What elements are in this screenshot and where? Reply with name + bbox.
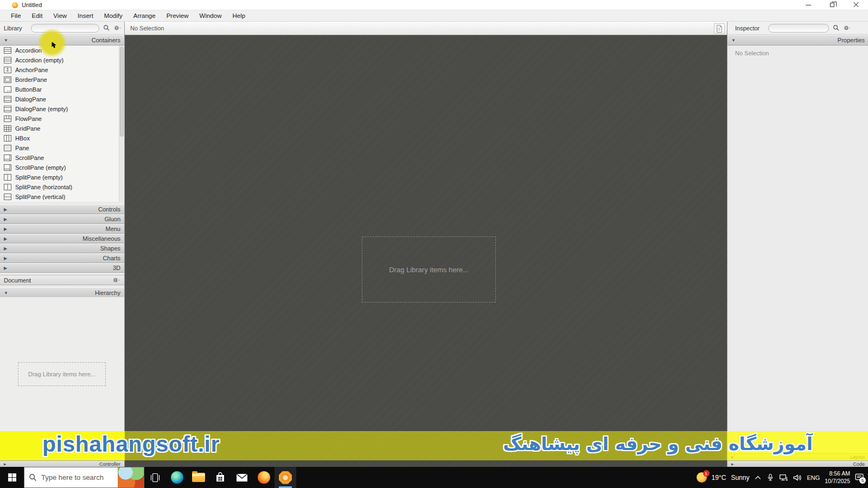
library-item-borderpane[interactable]: BorderPane <box>0 75 124 85</box>
splitpane-vertical-icon <box>4 194 11 200</box>
collapse-arrow-icon: ▼ <box>4 38 8 43</box>
notification-badge: 1 <box>703 470 710 477</box>
scrollpane-icon <box>4 155 11 161</box>
edge-icon <box>171 471 183 484</box>
section-hierarchy[interactable]: ▼ Hierarchy <box>0 287 124 298</box>
menu-help[interactable]: Help <box>227 10 251 21</box>
close-button[interactable] <box>844 0 868 10</box>
menu-view[interactable]: View <box>48 10 72 21</box>
windows-taskbar: 1 19°C Sunny ENG 8:56 AM 10/7/2025 5 <box>0 467 868 488</box>
document-header[interactable]: Document <box>0 275 124 285</box>
section-label: Properties <box>838 37 865 43</box>
restore-button[interactable] <box>820 0 844 10</box>
section-properties[interactable]: ▼ Properties <box>727 35 868 46</box>
windows-logo-icon <box>8 473 16 481</box>
section-menu[interactable]: ▶Menu <box>0 224 124 234</box>
library-item-pane[interactable]: Pane <box>0 143 124 153</box>
splitpane-horizontal-icon <box>4 184 11 190</box>
store-button[interactable] <box>209 467 231 488</box>
speaker-icon[interactable] <box>793 474 802 481</box>
network-icon[interactable] <box>779 474 788 481</box>
section-controller[interactable]: ▶ Controller <box>0 460 124 467</box>
library-item-splitpane-empty[interactable]: SplitPane (empty) <box>0 172 124 182</box>
weather-icon[interactable]: 1 <box>697 472 707 483</box>
close-icon <box>853 2 859 8</box>
selection-status: No Selection <box>130 25 164 31</box>
mail-icon <box>235 472 248 483</box>
taskbar-search-input[interactable] <box>41 473 109 481</box>
pane-icon <box>4 145 11 151</box>
section-shapes[interactable]: ▶Shapes <box>0 243 124 253</box>
library-item-scrollpane-empty[interactable]: ScrollPane (empty) <box>0 163 124 172</box>
ad-banner: pishahangsoft.ir آموزشگاه فنی و حرفه ای … <box>0 431 868 460</box>
library-item-flowpane[interactable]: FlowPane <box>0 114 124 124</box>
file-explorer-button[interactable] <box>188 467 209 488</box>
library-item-buttonbar[interactable]: ButtonBar <box>0 85 124 94</box>
section-label: Code <box>853 461 865 467</box>
inspector-header: Inspector <box>727 22 868 35</box>
language-indicator[interactable]: ENG <box>807 474 820 481</box>
weather-condition[interactable]: Sunny <box>731 474 749 481</box>
taskbar-search[interactable] <box>24 467 144 488</box>
menu-arrange[interactable]: Arrange <box>128 10 161 21</box>
task-view-button[interactable] <box>144 467 166 488</box>
library-item-splitpane-vertical[interactable]: SplitPane (vertical) <box>0 192 124 202</box>
edge-button[interactable] <box>166 467 188 488</box>
mail-button[interactable] <box>231 467 253 488</box>
section-controls[interactable]: ▶Controls <box>0 204 124 214</box>
dialogpane-icon <box>4 96 11 102</box>
section-label: Charts <box>103 255 120 261</box>
inspector-search-input[interactable] <box>768 24 829 33</box>
library-item-anchorpane[interactable]: AnchorPane <box>0 65 124 75</box>
library-gear-icon[interactable] <box>113 24 122 31</box>
section-label: Controls <box>98 206 120 213</box>
menu-insert[interactable]: Insert <box>72 10 99 21</box>
inspector-gear-icon[interactable] <box>843 24 851 31</box>
accordion-icon <box>4 47 11 54</box>
canvas-drop-zone[interactable]: Drag Library items here... <box>362 236 496 303</box>
action-center-button[interactable]: 5 <box>855 473 864 482</box>
library-item-label: Accordion (empty) <box>15 57 63 63</box>
expand-arrow-icon: ▶ <box>4 256 7 261</box>
design-canvas[interactable]: Drag Library items here... <box>125 35 727 467</box>
menu-modify[interactable]: Modify <box>99 10 128 21</box>
library-item-gridpane[interactable]: GridPane <box>0 124 124 133</box>
banner-persian-text: آموزشگاه فنی و حرفه ای پیشاهنگ <box>503 433 813 454</box>
menu-edit[interactable]: Edit <box>27 10 48 21</box>
menu-window[interactable]: Window <box>194 10 227 21</box>
library-item-label: DialogPane <box>15 96 46 102</box>
clock-date: 10/7/2025 <box>825 478 850 485</box>
minimize-button[interactable] <box>796 0 820 10</box>
library-item-dialogpane[interactable]: DialogPane <box>0 94 124 104</box>
search-highlight-image[interactable] <box>118 467 144 487</box>
library-item-splitpane-horizontal[interactable]: SplitPane (horizontal) <box>0 182 124 192</box>
library-scrollbar[interactable] <box>119 46 124 202</box>
document-gear-icon[interactable] <box>112 277 120 284</box>
microphone-icon[interactable] <box>767 473 774 481</box>
clock[interactable]: 8:56 AM 10/7/2025 <box>825 470 850 485</box>
start-button[interactable] <box>0 467 24 488</box>
section-miscellaneous[interactable]: ▶Miscellaneous <box>0 234 124 243</box>
section-code[interactable]: ▶ Code <box>727 460 868 467</box>
section-3d[interactable]: ▶3D <box>0 263 124 273</box>
library-item-dialogpane-empty[interactable]: DialogPane (empty) <box>0 104 124 114</box>
section-label: Miscellaneous <box>82 235 120 242</box>
hierarchy-drop-zone[interactable]: Drag Library items here... <box>18 362 106 386</box>
firefox-button[interactable] <box>253 467 275 488</box>
buttonbar-icon <box>4 86 11 93</box>
section-charts[interactable]: ▶Charts <box>0 253 124 263</box>
library-item-hbox[interactable]: HBox <box>0 133 124 143</box>
section-gluon[interactable]: ▶Gluon <box>0 214 124 224</box>
hidden-icons-chevron-icon[interactable] <box>754 474 762 481</box>
weather-temp[interactable]: 19°C <box>712 474 726 481</box>
search-icon <box>833 24 840 31</box>
scrollbar-thumb[interactable] <box>120 47 124 137</box>
fxml-document-icon[interactable] <box>714 23 725 34</box>
scene-builder-taskbar-button[interactable] <box>275 467 296 488</box>
library-item-label: FlowPane <box>15 115 42 122</box>
library-item-label: SplitPane (horizontal) <box>15 184 72 190</box>
menu-preview[interactable]: Preview <box>161 10 194 21</box>
library-item-scrollpane[interactable]: ScrollPane <box>0 153 124 163</box>
menu-file[interactable]: File <box>5 10 27 21</box>
expand-arrow-icon: ▶ <box>4 462 7 466</box>
